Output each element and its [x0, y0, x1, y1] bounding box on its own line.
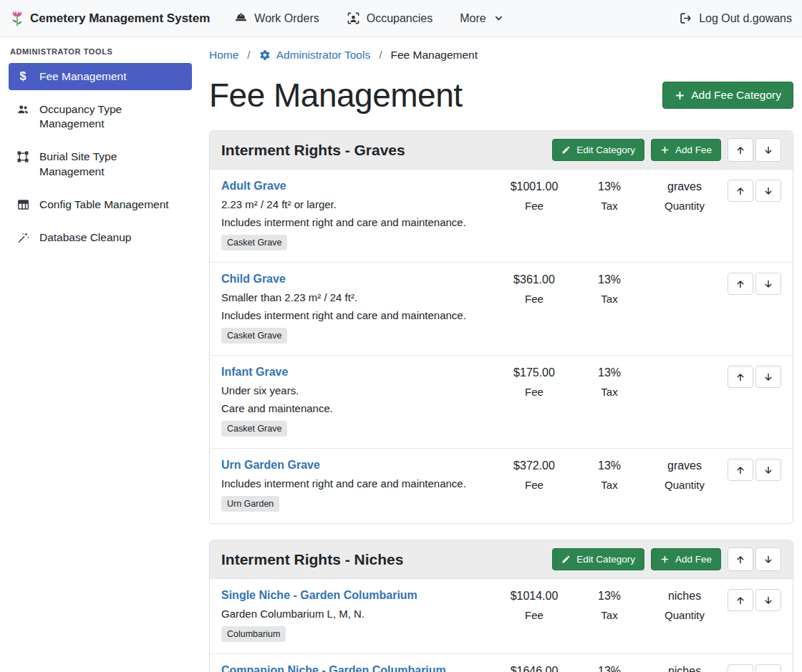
nav-more[interactable]: More [460, 12, 503, 25]
fee-description: Garden Columbarium L, M, N. [221, 608, 495, 620]
fee-tax-value: 13% [574, 273, 645, 286]
app-brand[interactable]: Cemetery Management System [10, 9, 210, 27]
sidebar-item-label: Occupancy Type Management [39, 102, 185, 131]
fee-name-link[interactable]: Child Grave [221, 273, 286, 286]
move-fee-down-button[interactable] [755, 459, 781, 481]
move-fee-down-button[interactable] [755, 273, 781, 295]
fee-name-link[interactable]: Adult Grave [221, 180, 286, 193]
sidebar-item-database-cleanup[interactable]: Database Cleanup [9, 224, 192, 251]
fee-quantity-cell-empty [645, 273, 724, 273]
arrow-down-icon [763, 595, 773, 605]
sidebar-item-fee-management[interactable]: $ Fee Management [9, 63, 192, 90]
fee-name-link[interactable]: Urn Garden Grave [221, 459, 320, 472]
sidebar-item-occupancy-type[interactable]: Occupancy Type Management [9, 96, 192, 137]
add-fee-button[interactable]: Add Fee [651, 548, 721, 570]
page-header: Fee Management Add Fee Category [209, 76, 793, 115]
fee-type-badge: Casket Grave [221, 235, 287, 250]
add-fee-category-label: Add Fee Category [691, 89, 781, 102]
move-fee-down-button[interactable] [755, 589, 781, 611]
move-category-up-button[interactable] [728, 138, 753, 162]
category-actions: Edit Category Add Fee [552, 547, 781, 571]
fee-tax-label: Tax [574, 293, 645, 305]
nav-occupancies[interactable]: Occupancies [347, 11, 433, 25]
move-category-up-button[interactable] [728, 547, 753, 571]
top-navbar: Cemetery Management System Work Orders [0, 0, 802, 37]
fee-amount-value: $175.00 [495, 366, 574, 379]
breadcrumb-separator: / [247, 49, 250, 62]
edit-category-button[interactable]: Edit Category [552, 548, 644, 570]
pencil-icon [561, 555, 571, 564]
fee-name-link[interactable]: Single Niche - Garden Columbarium [221, 589, 417, 602]
arrow-up-icon [735, 465, 745, 475]
add-fee-label: Add Fee [675, 554, 712, 565]
breadcrumb-admin-tools-label: Administrator Tools [276, 49, 371, 62]
plus-icon [675, 90, 685, 101]
fee-tax-value: 13% [574, 459, 645, 472]
add-fee-category-button[interactable]: Add Fee Category [662, 82, 793, 109]
sidebar-item-config-table[interactable]: Config Table Management [9, 191, 192, 218]
fee-name-link[interactable]: Companion Niche - Garden Columbarium [221, 664, 446, 672]
move-category-down-button[interactable] [755, 547, 781, 571]
main-content: Home / Administrator Tools / Fee Managem… [200, 37, 802, 672]
plus-icon [660, 555, 670, 564]
chevron-down-icon [494, 14, 503, 23]
move-fee-up-button[interactable] [728, 664, 753, 672]
fee-amount-cell: $1646.00 Fee [495, 664, 574, 672]
breadcrumb-current: Fee Management [391, 49, 478, 62]
fee-quantity-cell: niches Quantity [645, 664, 724, 672]
logout-icon [679, 11, 692, 25]
arrow-down-icon [763, 186, 773, 196]
fee-tax-label: Tax [574, 609, 645, 621]
navbar-links: Work Orders Occupancies More [234, 11, 503, 25]
breadcrumb-admin-tools-link[interactable]: Administrator Tools [259, 49, 371, 62]
fee-amount-value: $372.00 [495, 459, 574, 472]
people-icon [16, 103, 30, 116]
fee-amount-cell: $372.00 Fee [495, 459, 574, 491]
add-fee-button[interactable]: Add Fee [651, 139, 721, 161]
fee-quantity-value: graves [645, 180, 724, 193]
fee-name-link[interactable]: Infant Grave [221, 366, 288, 379]
nav-work-orders[interactable]: Work Orders [234, 11, 319, 25]
move-fee-up-button[interactable] [728, 589, 753, 611]
arrow-up-icon [735, 372, 745, 382]
fee-reorder-controls [728, 273, 781, 295]
fee-quantity-value: graves [645, 459, 724, 472]
logout-label: Log Out d.gowans [699, 12, 792, 25]
move-fee-down-button[interactable] [755, 180, 781, 202]
category-header: Interment Rights - Graves Edit Category … [210, 131, 793, 170]
move-fee-up-button[interactable] [728, 273, 753, 295]
dollar-icon: $ [16, 70, 30, 83]
fee-tax-label: Tax [574, 386, 645, 398]
move-category-down-button[interactable] [755, 138, 781, 162]
breadcrumb-home-link[interactable]: Home [209, 49, 238, 62]
move-fee-up-button[interactable] [728, 366, 753, 388]
fee-type-badge: Casket Grave [221, 328, 287, 344]
edit-category-label: Edit Category [576, 554, 635, 565]
fee-amount-value: $1014.00 [495, 590, 574, 603]
fee-amount-value: $361.00 [495, 273, 574, 286]
fee-reorder-controls [728, 589, 781, 611]
move-fee-up-button[interactable] [728, 180, 753, 202]
arrow-down-icon [763, 555, 773, 565]
sidebar-item-label: Config Table Management [39, 198, 169, 212]
fee-tax-cell: 13% Tax [574, 589, 645, 621]
move-fee-up-button[interactable] [728, 459, 753, 481]
sidebar-item-label: Database Cleanup [39, 230, 131, 245]
breadcrumb: Home / Administrator Tools / Fee Managem… [209, 49, 793, 62]
fee-amount-label: Fee [495, 386, 574, 398]
edit-category-button[interactable]: Edit Category [552, 139, 644, 161]
move-fee-down-button[interactable] [755, 664, 781, 672]
category-title: Interment Rights - Graves [221, 142, 405, 159]
fee-amount-label: Fee [495, 609, 574, 621]
move-fee-down-button[interactable] [755, 366, 781, 388]
tulip-logo-icon [10, 9, 24, 27]
fee-tax-cell: 13% Tax [574, 180, 645, 212]
fee-tax-value: 13% [574, 590, 645, 603]
sidebar-item-burial-site-type[interactable]: Burial Site Type Management [9, 143, 192, 185]
fee-row: Adult Grave 2.23 m² / 24 ft² or larger. … [210, 170, 793, 263]
fee-amount-cell: $1001.00 Fee [495, 180, 574, 212]
fee-quantity-cell: graves Quantity [645, 459, 724, 491]
fee-tax-cell: 13% Tax [574, 664, 645, 672]
logout-link[interactable]: Log Out d.gowans [679, 11, 792, 25]
arrow-up-icon [735, 555, 745, 565]
